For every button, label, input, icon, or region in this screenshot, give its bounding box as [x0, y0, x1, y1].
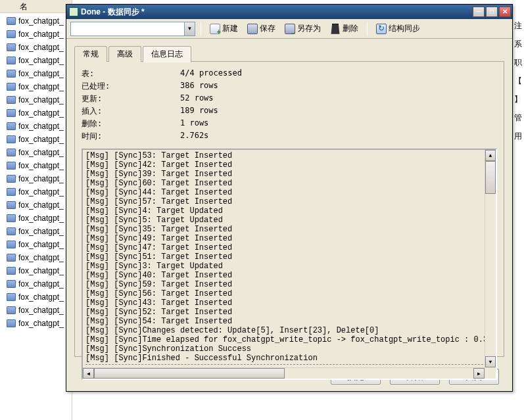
table-icon: [7, 254, 16, 262]
stat-label-table: 表:: [82, 68, 180, 80]
stat-label-deleted: 删除:: [82, 118, 180, 129]
table-icon: [7, 175, 16, 183]
titlebar[interactable]: Done - 数据同步 * ─ □ ✕: [66, 5, 512, 19]
tree-header-name[interactable]: 名: [0, 0, 72, 13]
toolbar: ▼ 新建 保存 另存为 删除 结构同步: [66, 19, 512, 39]
stat-value-table: 4/4 processed: [180, 68, 497, 80]
table-row[interactable]: fox_chatgpt_: [0, 120, 72, 133]
scroll-corner: [485, 367, 496, 379]
horizontal-scrollbar[interactable]: ◀ ▶: [83, 367, 485, 379]
table-row[interactable]: fox_chatgpt_: [0, 198, 72, 212]
tab-strip: 常规 高级 信息日志: [66, 39, 512, 61]
scroll-up-button[interactable]: ▲: [485, 150, 496, 161]
profile-dropdown[interactable]: ▼: [70, 22, 195, 36]
stat-label-updated: 更新:: [82, 93, 180, 105]
stat-value-time: 2.762s: [180, 131, 497, 142]
stat-value-updated: 52 rows: [180, 93, 497, 105]
vertical-scrollbar[interactable]: ▲ ▼: [485, 150, 496, 367]
table-icon: [7, 293, 16, 301]
table-row[interactable]: fox_chatgpt_: [0, 277, 72, 291]
table-icon: [7, 30, 16, 38]
scroll-left-button[interactable]: ◀: [83, 368, 94, 379]
stat-label-time: 时间:: [82, 131, 180, 142]
table-row[interactable]: fox_chatgpt_: [0, 172, 72, 185]
table-row[interactable]: fox_chatgpt_: [0, 80, 72, 93]
table-tree-panel: 名 fox_chatgpt_fox_chatgpt_fox_chatgpt_fo…: [0, 0, 72, 420]
save-icon: [247, 24, 258, 34]
table-icon: [7, 306, 16, 314]
table-row[interactable]: fox_chatgpt_: [0, 159, 72, 172]
save-as-icon: [285, 24, 295, 34]
scroll-right-button[interactable]: ▶: [473, 368, 485, 379]
delete-button[interactable]: 删除: [327, 21, 362, 36]
table-icon: [7, 43, 16, 51]
stat-value-inserted: 189 rows: [180, 106, 497, 117]
tab-general[interactable]: 常规: [74, 46, 107, 62]
stat-label-processed: 已处理:: [82, 81, 180, 92]
table-icon: [7, 57, 16, 64]
hscroll-thumb[interactable]: [94, 368, 285, 379]
stat-label-inserted: 插入:: [82, 106, 180, 117]
table-icon: [7, 83, 16, 91]
table-icon: [7, 149, 16, 156]
table-icon: [7, 201, 16, 209]
profile-dropdown-text: [71, 22, 184, 35]
stat-value-deleted: 1 rows: [180, 118, 497, 129]
table-icon: [7, 241, 16, 248]
table-row[interactable]: fox_chatgpt_: [0, 304, 72, 317]
tab-content-log: 表: 4/4 processed 已处理: 386 rows 更新: 52 ro…: [74, 61, 504, 357]
table-row[interactable]: fox_chatgpt_: [0, 264, 72, 277]
table-row[interactable]: fox_chatgpt_: [0, 238, 72, 251]
trash-icon: [330, 24, 341, 34]
log-textarea[interactable]: [Msg] [Sync]53: Target Inserted [Msg] [S…: [82, 149, 497, 380]
minimize-button[interactable]: ─: [473, 7, 485, 17]
table-row[interactable]: fox_chatgpt_: [0, 28, 72, 41]
table-row[interactable]: fox_chatgpt_: [0, 133, 72, 146]
table-row[interactable]: fox_chatgpt_: [0, 54, 72, 67]
table-row[interactable]: fox_chatgpt_: [0, 41, 72, 54]
save-button[interactable]: 保存: [244, 21, 279, 36]
vscroll-thumb[interactable]: [485, 161, 496, 194]
new-icon: [210, 24, 220, 34]
table-icon: [7, 319, 16, 327]
table-icon: [7, 214, 16, 222]
table-icon: [7, 162, 16, 170]
table-icon: [7, 135, 16, 143]
new-button[interactable]: 新建: [206, 21, 241, 36]
save-as-button[interactable]: 另存为: [281, 21, 324, 36]
stats-grid: 表: 4/4 processed 已处理: 386 rows 更新: 52 ro…: [82, 68, 497, 142]
table-row[interactable]: fox_chatgpt_: [0, 251, 72, 264]
maximize-button[interactable]: □: [486, 7, 498, 17]
table-icon: [7, 17, 16, 25]
table-row[interactable]: fox_chatgpt_: [0, 93, 72, 106]
table-row[interactable]: fox_chatgpt_: [0, 317, 72, 330]
table-icon: [7, 227, 16, 235]
table-icon: [7, 267, 16, 275]
sync-dialog: Done - 数据同步 * ─ □ ✕ ▼ 新建 保存 另存为 删除: [66, 4, 513, 392]
table-row[interactable]: fox_chatgpt_: [0, 291, 72, 304]
table-row[interactable]: fox_chatgpt_: [0, 14, 72, 28]
table-row[interactable]: fox_chatgpt_: [0, 212, 72, 225]
sync-icon: [376, 24, 387, 34]
stat-value-processed: 386 rows: [180, 81, 497, 92]
table-row[interactable]: fox_chatgpt_: [0, 225, 72, 238]
table-icon: [7, 70, 16, 78]
structure-sync-button[interactable]: 结构同步: [373, 21, 423, 36]
tab-advanced[interactable]: 高级: [108, 46, 141, 62]
table-icon: [7, 96, 16, 104]
close-window-button[interactable]: ✕: [499, 7, 511, 17]
chevron-down-icon[interactable]: ▼: [184, 22, 195, 35]
window-title: Done - 数据同步 *: [81, 7, 473, 18]
tab-log[interactable]: 信息日志: [143, 46, 191, 62]
table-icon: [7, 280, 16, 288]
table-row[interactable]: fox_chatgpt_: [0, 67, 72, 80]
table-row[interactable]: fox_chatgpt_: [0, 146, 72, 159]
scroll-down-button[interactable]: ▼: [485, 356, 496, 367]
table-icon: [7, 109, 16, 117]
right-panel-fragment: 注系职【】管用: [514, 0, 524, 420]
table-row[interactable]: fox_chatgpt_: [0, 106, 72, 120]
table-icon: [7, 188, 16, 196]
table-icon: [7, 122, 16, 130]
window-icon: [69, 7, 78, 16]
table-row[interactable]: fox_chatgpt_: [0, 185, 72, 198]
